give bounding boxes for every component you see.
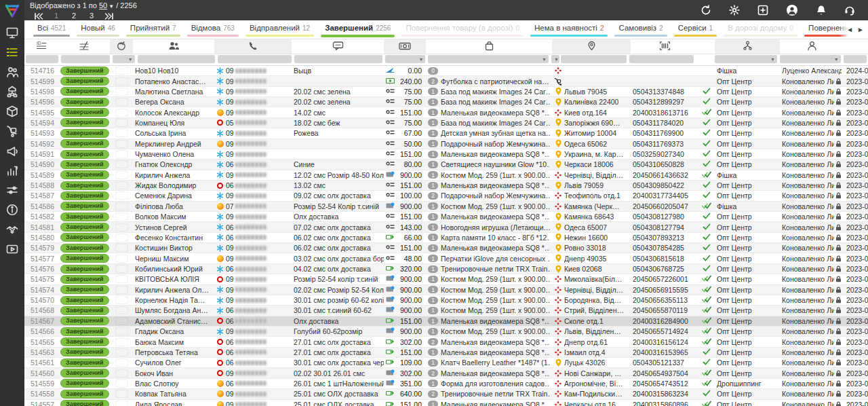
avatar-icon[interactable] bbox=[785, 3, 799, 17]
column-header-ttn[interactable] bbox=[631, 39, 698, 54]
sidebar-item-box[interactable] bbox=[0, 103, 24, 122]
sidebar-item-cart[interactable] bbox=[0, 122, 24, 142]
tab-11[interactable]: В дорозі додому0 bbox=[720, 20, 801, 39]
order-row[interactable]: 514592ЗавершенийМерклингер Андрей0950.00… bbox=[24, 139, 868, 149]
tab-4[interactable]: Відмова763 bbox=[184, 20, 242, 39]
order-row[interactable]: 514570ЗавершенийКорнелюк Надія Та…0930.0… bbox=[24, 295, 868, 306]
order-row[interactable]: 514588ЗавершенийЖидак Володимир0613.02 с… bbox=[24, 181, 868, 191]
column-header-check[interactable] bbox=[698, 39, 715, 54]
sidebar-item-sliders[interactable] bbox=[0, 181, 24, 201]
tab-2[interactable]: Новый46 bbox=[73, 20, 123, 39]
column-header-product[interactable] bbox=[426, 39, 552, 54]
order-row[interactable]: 514716ЗавершенийНов10 Нов1009Выцв0.000Фі… bbox=[24, 66, 868, 76]
tabs-scroll-right-icon[interactable]: ► bbox=[857, 26, 864, 33]
filter-input-date[interactable] bbox=[844, 55, 867, 63]
app-logo-icon[interactable] bbox=[3, 2, 21, 20]
filter-select-pay[interactable]: ▼ bbox=[385, 55, 425, 63]
order-row[interactable]: 514581ЗавершенийУстинов Сергей0607.02 см… bbox=[24, 222, 868, 232]
order-row[interactable]: 514586ЗавершенийФіліпова Люба07Розмір 52… bbox=[24, 202, 868, 212]
order-row[interactable]: 514594ЗавершенийКомпанец Юля0518.02 смс … bbox=[24, 118, 868, 128]
refresh-icon[interactable] bbox=[700, 4, 712, 16]
sidebar-item-monitor[interactable] bbox=[0, 24, 24, 43]
tab-10[interactable]: Сервіси1 bbox=[671, 20, 721, 39]
order-row[interactable]: 514565ЗавершенийБаюка Максим0627.01 смс … bbox=[24, 337, 868, 347]
filter-select-manager[interactable]: ▼ bbox=[780, 55, 841, 63]
sidebar-item-megaphone[interactable] bbox=[0, 142, 24, 162]
order-row[interactable]: 514595ЗавершенийКолосок Александр0914.02… bbox=[24, 107, 868, 117]
first-page-icon[interactable] bbox=[30, 12, 47, 20]
tab-5[interactable]: Відправлений12 bbox=[242, 20, 317, 39]
tab-8[interactable]: Нема в наявності2 bbox=[527, 20, 611, 39]
page-size-select[interactable]: 50 bbox=[99, 1, 107, 10]
chevron-down-icon[interactable]: ▼ bbox=[108, 3, 114, 10]
sidebar-item-org[interactable] bbox=[0, 83, 24, 103]
order-row[interactable]: 514558ЗавершенийКовпак Татьяна0925.01 см… bbox=[24, 389, 868, 399]
order-row[interactable]: 514596ЗавершенийВегера Оксана0920.02 смс… bbox=[24, 97, 868, 107]
filter-input-id[interactable] bbox=[26, 55, 58, 63]
order-row[interactable]: 514580ЗавершенийФесенко Константин0606.0… bbox=[24, 233, 868, 243]
page-number-3[interactable]: 3 bbox=[83, 12, 100, 20]
order-row[interactable]: 514560ЗавершенийБокоч Иван0902.02 30.01 … bbox=[24, 368, 868, 378]
support-icon[interactable] bbox=[844, 4, 856, 16]
column-header-delivery[interactable] bbox=[552, 39, 631, 54]
column-header-name[interactable] bbox=[133, 39, 214, 54]
sidebar-item-handshake[interactable] bbox=[0, 221, 24, 240]
filter-input-phone[interactable] bbox=[218, 55, 292, 63]
order-row[interactable]: 514598ЗавершенийМалютина Светлана0920.02… bbox=[24, 87, 868, 97]
column-header-date[interactable] bbox=[844, 39, 868, 54]
order-row[interactable]: 514579ЗавершенийКостишин Виктор0906.02 с… bbox=[24, 243, 868, 253]
tab-1[interactable]: Всі4521 bbox=[30, 20, 73, 39]
add-order-icon[interactable] bbox=[757, 4, 769, 16]
filter-select-flag[interactable]: ▼ bbox=[113, 55, 134, 63]
column-header-id[interactable]: ID bbox=[24, 39, 58, 54]
tab-6[interactable]: Завершений2256 bbox=[317, 20, 398, 39]
order-row[interactable]: 514589ЗавершенийКирилич Анжела0912.02 см… bbox=[24, 170, 868, 181]
column-header-pay[interactable] bbox=[384, 39, 426, 54]
bell-icon[interactable] bbox=[815, 4, 827, 16]
tab-9[interactable]: Самовивіз2 bbox=[611, 20, 670, 39]
filter-input-delivery[interactable] bbox=[561, 55, 627, 63]
sidebar-item-chart[interactable] bbox=[0, 162, 24, 181]
order-row[interactable]: 514599ЗавершенийПотапенко Анастас…09240.… bbox=[24, 76, 868, 86]
column-header-comment[interactable] bbox=[292, 39, 384, 54]
order-row[interactable]: 514591ЗавершенийЧумаченко Олена09151.001… bbox=[24, 149, 868, 160]
order-row[interactable]: 514566ЗавершенийГладик Оксана09Голубий 6… bbox=[24, 327, 868, 337]
order-row[interactable]: 514568ЗавершенийШумляс Богдана Ан…0630.0… bbox=[24, 306, 868, 316]
order-row[interactable]: 514590ЗавершенийГнатюк Олексндр06Синие80… bbox=[24, 160, 868, 170]
order-row[interactable]: 514557ЗавершенийЛила Ярослав0925.01 смс … bbox=[24, 400, 868, 406]
column-header-manager[interactable] bbox=[780, 39, 844, 54]
order-row[interactable]: 514567ЗавершенийАдамовский Станис…06Олх … bbox=[24, 316, 868, 327]
filter-select-carrier[interactable]: ▼ bbox=[551, 55, 559, 63]
page-number-1[interactable]: 1 bbox=[47, 12, 65, 20]
column-header-phone[interactable] bbox=[214, 39, 292, 54]
order-row[interactable]: 514577ЗавершенийЧерниш Максим0903.02 смс… bbox=[24, 253, 868, 263]
order-row[interactable]: 514574ЗавершенийКирилич Анжела Ол…0902.0… bbox=[24, 285, 868, 295]
filter-input-ttn[interactable] bbox=[629, 55, 694, 63]
gear-icon[interactable] bbox=[728, 4, 741, 16]
tab-7[interactable]: Повернення товару (в дорозі)0 bbox=[398, 20, 527, 39]
sidebar-item-info[interactable] bbox=[0, 201, 24, 221]
filter-input-comment[interactable] bbox=[294, 55, 382, 63]
order-row[interactable]: 514575ЗавершенийКВІТОВСЬКА ЮЛІЯ09Розмір … bbox=[24, 274, 868, 284]
order-row[interactable]: 514593ЗавершенийСольська Ірина09Рожева67… bbox=[24, 128, 868, 139]
filter-select-product[interactable]: ▼ bbox=[428, 55, 549, 63]
page-number-2[interactable]: 2 bbox=[65, 12, 83, 20]
sidebar-item-video[interactable] bbox=[0, 240, 24, 260]
column-header-status[interactable] bbox=[58, 39, 110, 54]
order-row[interactable]: 514563ЗавершенийПетровська Тетяна0627.01… bbox=[24, 348, 868, 358]
tab-3[interactable]: Прийнятий7 bbox=[123, 20, 184, 39]
filter-input-name[interactable] bbox=[138, 55, 216, 63]
filter-select-channel[interactable]: ▼ bbox=[715, 55, 777, 63]
column-header-channel[interactable] bbox=[715, 39, 780, 54]
order-row[interactable]: 514561ЗавершенийСучилов Олег0630.01 смс … bbox=[24, 358, 868, 368]
order-row[interactable]: 514576ЗавершенийКобилинський Юрий0604.02… bbox=[24, 264, 868, 274]
last-page-icon[interactable] bbox=[100, 12, 118, 20]
order-row[interactable]: 514559ЗавершенийВлас Слотюу0626.01 смс 1… bbox=[24, 379, 868, 389]
sidebar-item-list[interactable] bbox=[0, 43, 24, 63]
filter-input-status[interactable] bbox=[61, 55, 111, 63]
tabs-scroll-left-icon[interactable]: ◄ bbox=[846, 26, 853, 33]
sidebar-item-users[interactable] bbox=[0, 63, 24, 83]
order-row[interactable]: 514582ЗавершенийВолков Максим09Олх доста… bbox=[24, 212, 868, 222]
order-row[interactable]: 514587ЗавершенийСеменюк Дарина0909.02 см… bbox=[24, 191, 868, 201]
column-header-flag[interactable] bbox=[110, 39, 133, 54]
